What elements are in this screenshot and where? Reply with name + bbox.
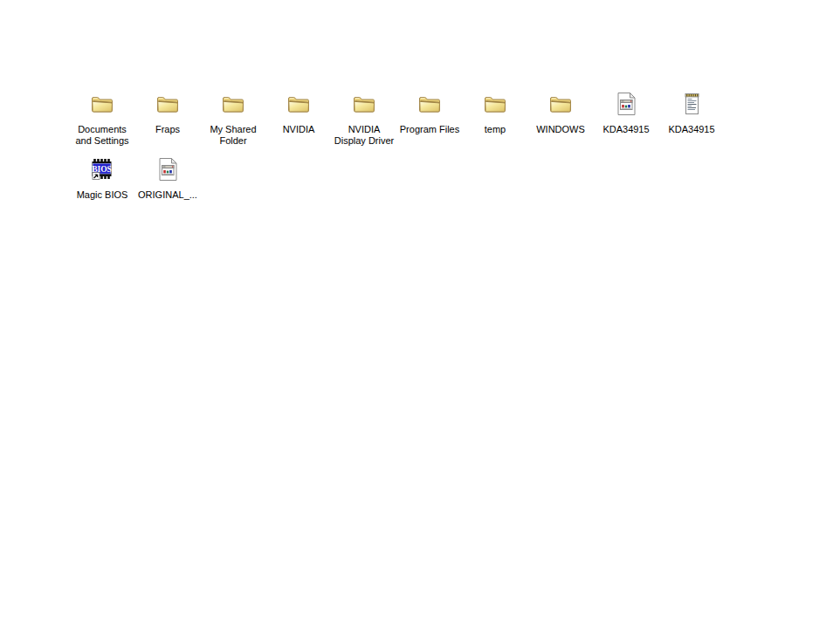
item-label-program-files: Program Files: [397, 124, 462, 135]
desktop-item-windows[interactable]: WINDOWS: [528, 90, 593, 135]
desktop-item-nvidia-display-driver[interactable]: NVIDIA Display Driver: [332, 90, 396, 147]
item-label-nvidia-display-driver: NVIDIA Display Driver: [332, 124, 396, 147]
desktop-item-kda34915-text[interactable]: KDA34915: [659, 90, 724, 135]
desktop-item-fraps[interactable]: Fraps: [135, 90, 200, 135]
desktop-item-temp[interactable]: temp: [463, 90, 527, 135]
item-label-kda34915-html: KDA34915: [594, 124, 658, 135]
desktop-item-documents-and-settings[interactable]: Documents and Settings: [70, 90, 134, 147]
item-label-nvidia: NVIDIA: [266, 124, 331, 135]
html-document-icon: [612, 90, 640, 118]
bios-chip-shortcut-icon: BIOS: [88, 155, 116, 183]
folder-icon: [88, 90, 116, 118]
item-label-kda34915-text: KDA34915: [659, 124, 724, 135]
folder-icon: [285, 90, 313, 118]
folder-icon: [547, 90, 575, 118]
folder-icon: [154, 90, 182, 118]
item-label-magic-bios: Magic BIOS: [70, 189, 134, 201]
desktop-item-program-files[interactable]: Program Files: [397, 90, 462, 135]
item-label-windows: WINDOWS: [528, 124, 593, 135]
desktop-item-kda34915-html[interactable]: KDA34915: [594, 90, 658, 135]
desktop-item-magic-bios[interactable]: BIOS Magic BIOS: [70, 155, 134, 201]
folder-icon: [219, 90, 247, 118]
folder-view-surface: Documents and Settings Fraps: [0, 0, 840, 625]
desktop-item-original-truncated[interactable]: ORIGINAL_...: [135, 155, 200, 201]
item-label-my-shared-folder: My Shared Folder: [201, 124, 265, 147]
folder-icon: [416, 90, 444, 118]
desktop-item-my-shared-folder[interactable]: My Shared Folder: [201, 90, 265, 147]
item-label-fraps: Fraps: [135, 124, 200, 135]
folder-icon: [350, 90, 378, 118]
item-label-temp: temp: [463, 124, 527, 135]
item-label-original-truncated: ORIGINAL_...: [135, 189, 200, 201]
folder-icon: [481, 90, 509, 118]
desktop-item-nvidia[interactable]: NVIDIA: [266, 90, 331, 135]
text-document-icon: [678, 90, 706, 118]
html-document-icon: [154, 155, 182, 183]
item-label-documents-and-settings: Documents and Settings: [70, 124, 134, 147]
